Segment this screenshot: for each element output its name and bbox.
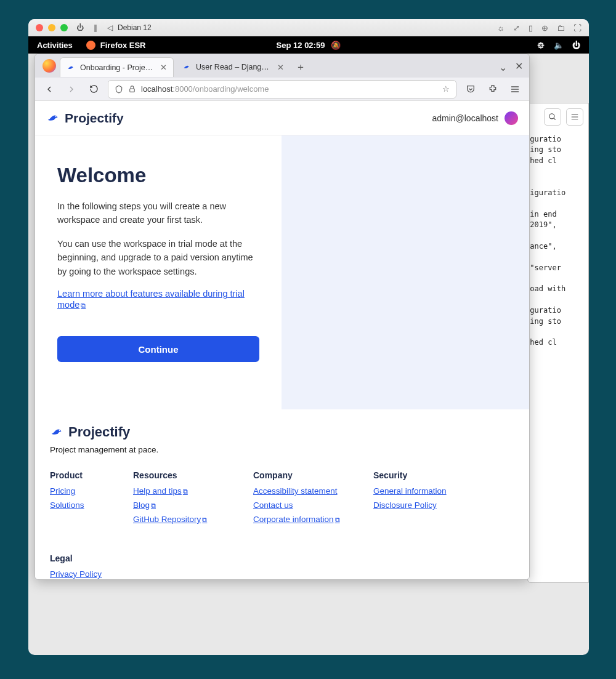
bird-icon <box>50 425 63 439</box>
search-button[interactable] <box>544 108 561 126</box>
user-email[interactable]: admin@localhost <box>432 113 498 123</box>
app-menu-button[interactable] <box>507 81 523 97</box>
clock[interactable]: Sep 12 02:59 <box>277 41 325 50</box>
minimize-window-button[interactable] <box>48 24 55 31</box>
close-window-button[interactable] <box>36 24 43 31</box>
extensions-button[interactable] <box>485 81 501 97</box>
tab-title: User Read – Django REST <box>196 63 272 71</box>
svg-line-1 <box>554 118 556 120</box>
footer-link-accessibility[interactable]: Accessibility statement <box>253 486 349 496</box>
expand-icon[interactable]: ⤢ <box>513 23 520 33</box>
bird-icon <box>182 63 191 71</box>
brightness-icon[interactable]: ☼ <box>497 23 505 33</box>
device-icon[interactable]: ▯ <box>529 23 533 33</box>
footer-link-solutions[interactable]: Solutions <box>50 500 108 510</box>
avatar[interactable] <box>505 111 518 125</box>
folder-icon[interactable]: 🗀 <box>557 23 565 33</box>
power-menu-icon[interactable]: ⏻ <box>572 41 580 50</box>
onboarding-illustration-area <box>282 135 529 409</box>
mac-titlebar: ⏻ ‖ ◁ Debian 12 ☼ ⤢ ▯ ⊕ 🗀 ⛶ <box>28 19 589 36</box>
volume-icon[interactable]: 🔈 <box>554 41 564 50</box>
footer-link-contact[interactable]: Contact us <box>253 500 349 510</box>
vm-title: Debian 12 <box>118 23 152 32</box>
activities-button[interactable]: Activities <box>37 41 73 50</box>
learn-more-link[interactable]: Learn more about features available duri… <box>57 289 245 310</box>
new-tab-button[interactable]: ＋ <box>293 59 309 75</box>
tab-django[interactable]: User Read – Django REST ✕ <box>176 57 290 77</box>
svg-point-10 <box>59 430 60 431</box>
brand-logo[interactable]: Projectify <box>46 111 124 126</box>
footer-link-pricing[interactable]: Pricing <box>50 486 108 496</box>
gnome-topbar: Activities Firefox ESR Sep 12 02:59 🔕 ⯐ … <box>28 36 589 54</box>
current-app-label[interactable]: Firefox ESR <box>100 41 146 50</box>
page-title: Welcome <box>57 164 259 187</box>
footer-col-security-title: Security <box>373 470 469 480</box>
firefox-logo-icon <box>43 59 56 73</box>
power-icon[interactable]: ⏻ <box>76 23 84 32</box>
footer-brand[interactable]: Projectify <box>50 424 514 440</box>
firefox-icon <box>86 41 95 50</box>
tab-strip: Onboarding - Projectify ✕ User Read – Dj… <box>35 54 529 78</box>
close-tab-icon[interactable]: ✕ <box>160 63 167 72</box>
hamburger-menu-button[interactable] <box>566 108 583 126</box>
globe-icon[interactable]: ⊕ <box>541 23 548 33</box>
footer-link-disclosure[interactable]: Disclosure Policy <box>373 500 469 510</box>
firefox-window: Onboarding - Projectify ✕ User Read – Dj… <box>34 54 530 580</box>
footer-col-resources-title: Resources <box>133 470 229 480</box>
footer-tagline: Project management at pace. <box>50 445 514 454</box>
continue-button[interactable]: Continue <box>57 336 259 362</box>
footer-col-product-title: Product <box>50 470 108 480</box>
background-window: configuratio "cleaning sto "finished cl … <box>527 103 589 583</box>
footer-col-company-title: Company <box>253 470 349 480</box>
network-icon[interactable]: ⯐ <box>537 41 545 50</box>
bird-icon <box>46 111 60 125</box>
tab-list-button[interactable]: ⌄ <box>499 62 507 73</box>
svg-point-9 <box>55 116 57 117</box>
page-content: Projectify admin@localhost Welcome In th… <box>35 101 529 579</box>
maximize-window-button[interactable] <box>60 24 68 31</box>
toolbar: localhost:8000/onboarding/welcome ☆ <box>35 78 529 101</box>
nav-forward-button[interactable] <box>63 81 79 97</box>
footer-col-legal-title: Legal <box>50 553 145 563</box>
external-link-icon: ⧉ <box>81 302 86 309</box>
footer: Projectify Project management at pace. P… <box>35 409 529 579</box>
intro-paragraph-1: In the following steps you will create a… <box>57 199 259 227</box>
back-icon[interactable]: ◁ <box>107 23 113 32</box>
close-window-x[interactable]: ✕ <box>515 60 523 72</box>
svg-rect-5 <box>130 89 135 92</box>
footer-link-corporate[interactable]: Corporate information⧉ <box>253 515 349 524</box>
footer-link-github[interactable]: GitHub Repository⧉ <box>133 515 229 524</box>
tab-onboarding[interactable]: Onboarding - Projectify ✕ <box>60 57 174 77</box>
intro-paragraph-2: You can use the workspace in trial mode … <box>57 237 259 278</box>
shield-icon <box>115 85 123 94</box>
tab-title: Onboarding - Projectify <box>80 63 155 72</box>
footer-link-help[interactable]: Help and tips⧉ <box>133 486 229 496</box>
bookmark-star-icon[interactable]: ☆ <box>442 84 450 94</box>
reload-button[interactable] <box>86 81 102 97</box>
pause-icon[interactable]: ‖ <box>94 23 97 32</box>
footer-link-privacy[interactable]: Privacy Policy <box>50 569 145 579</box>
pocket-button[interactable] <box>463 81 479 97</box>
bird-icon <box>67 63 75 72</box>
notifications-icon[interactable]: 🔕 <box>331 41 341 50</box>
nav-back-button[interactable] <box>41 81 57 97</box>
app-header: Projectify admin@localhost <box>35 101 529 135</box>
url-bar[interactable]: localhost:8000/onboarding/welcome ☆ <box>108 80 456 98</box>
url-text: localhost:8000/onboarding/welcome <box>141 84 269 94</box>
close-tab-icon[interactable]: ✕ <box>277 63 284 72</box>
lock-icon <box>128 85 136 93</box>
footer-link-blog[interactable]: Blog⧉ <box>133 500 229 510</box>
fullscreen-icon[interactable]: ⛶ <box>573 23 582 33</box>
svg-point-0 <box>549 114 554 119</box>
footer-link-security-general[interactable]: General information <box>373 486 469 496</box>
